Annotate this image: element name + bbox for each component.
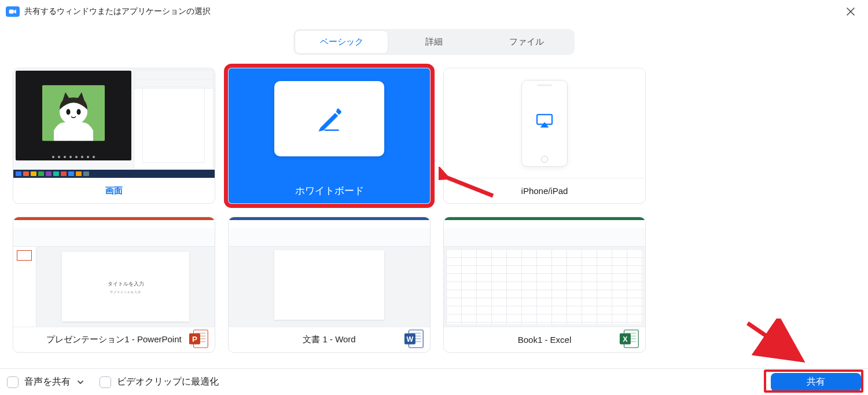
window-title: 共有するウィンドウまたはアプリケーションの選択 [24,6,839,17]
svg-rect-0 [9,10,14,14]
word-preview [229,217,430,327]
svg-rect-5 [63,122,84,141]
titlebar: 共有するウィンドウまたはアプリケーションの選択 [0,0,868,22]
card-word[interactable]: 文書 1 - Word W [228,217,431,353]
pen-icon [314,103,345,134]
svg-rect-6 [325,130,339,131]
ppt-slide-title: タイトルを入力 [108,280,144,288]
iphone-preview [444,68,645,178]
share-audio-checkbox[interactable] [7,376,19,388]
excel-icon: X [619,328,641,350]
cat-image-icon [42,85,105,141]
whiteboard-preview [229,68,430,178]
svg-point-4 [77,109,81,115]
share-grid: 画面 ホワイトボード [13,68,868,353]
share-button[interactable]: 共有 [771,373,861,392]
share-audio-chevron-icon[interactable] [76,378,84,386]
close-icon [847,8,855,16]
card-excel[interactable]: Book1 - Excel X [443,217,646,353]
tab-basic[interactable]: ベーシック [295,31,388,53]
card-screen[interactable]: 画面 [13,68,215,204]
card-powerpoint[interactable]: タイトルを入力 サブタイトルを入力 プレゼンテーション1 - PowerPoin… [13,217,215,353]
powerpoint-preview: タイトルを入力 サブタイトルを入力 [13,217,215,327]
svg-text:W: W [407,335,414,343]
tab-bar: ベーシック 詳細 ファイル [293,29,575,55]
excel-preview [444,217,645,327]
close-button[interactable] [839,3,862,20]
card-iphone-caption: iPhone/iPad [444,178,645,203]
share-audio-label: 音声を共有 [24,376,71,388]
svg-text:P: P [192,335,197,343]
ppt-slide-subtitle: サブタイトルを入力 [110,290,141,294]
powerpoint-icon: P [188,328,210,350]
optimize-video-checkbox[interactable] [100,376,111,388]
card-powerpoint-caption: プレゼンテーション1 - PowerPoint [13,327,215,352]
svg-point-3 [67,109,71,115]
card-word-caption: 文書 1 - Word [229,327,430,352]
footer: 音声を共有 ビデオクリップに最適化 共有 [0,368,868,395]
card-iphone-ipad[interactable]: iPhone/iPad [443,68,646,204]
optimize-video-label: ビデオクリップに最適化 [117,376,219,388]
zoom-logo-icon [6,6,20,17]
svg-text:X: X [623,335,628,343]
card-whiteboard[interactable]: ホワイトボード [228,68,431,204]
tab-advanced[interactable]: 詳細 [388,31,480,53]
card-screen-caption: 画面 [13,178,215,203]
word-icon: W [403,328,425,350]
airplay-icon [536,114,553,129]
screen-preview [13,68,215,178]
tab-files[interactable]: ファイル [480,31,573,53]
card-whiteboard-caption: ホワイトボード [229,178,430,203]
card-excel-caption: Book1 - Excel [444,327,645,352]
